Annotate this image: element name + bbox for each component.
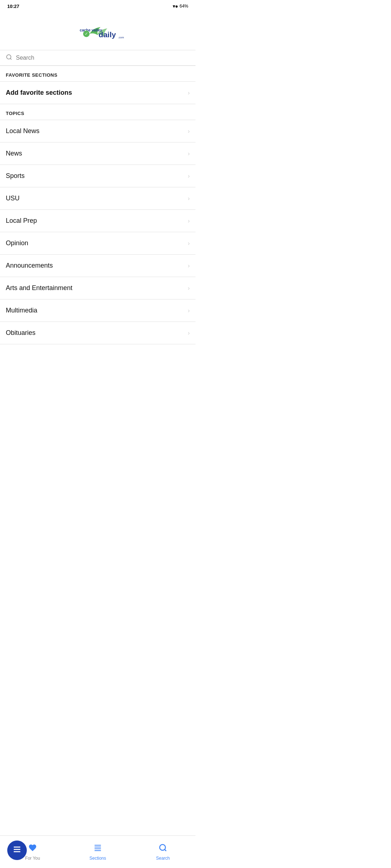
topics-item-0[interactable]: Local News › [0,120,196,142]
topics-item-label-9: Obituaries [6,329,35,337]
topics-item-label-0: Local News [6,127,39,135]
svg-text:✓: ✓ [85,31,88,36]
topics-chevron-icon-1: › [188,150,190,157]
logo-container: cache valley daily .com ✓ [0,11,196,50]
topics-chevron-icon-7: › [188,285,190,292]
add-favorite-sections-item[interactable]: Add favorite sections › [0,82,196,104]
topics-item-label-1: News [6,150,22,157]
svg-text:daily: daily [98,30,116,39]
topics-heading: TOPICS [0,104,196,120]
status-bar: 10:27 ▾● 64% [0,0,196,11]
topics-item-label-7: Arts and Entertainment [6,284,72,292]
topics-chevron-icon-5: › [188,240,190,247]
topics-item-label-6: Announcements [6,262,53,269]
topics-item-label-5: Opinion [6,239,28,247]
topics-item-8[interactable]: Multimedia › [0,299,196,322]
topics-chevron-icon-6: › [188,263,190,269]
favorite-sections-heading: FAVORITE SECTIONS [0,66,196,82]
content-area: FAVORITE SECTIONS Add favorite sections … [0,66,196,380]
wifi-icon: ▾● [173,3,178,9]
topics-item-9[interactable]: Obituaries › [0,322,196,344]
topics-item-5[interactable]: Opinion › [0,232,196,255]
topics-item-4[interactable]: Local Prep › [0,210,196,232]
topics-chevron-icon-9: › [188,330,190,336]
topics-chevron-icon-8: › [188,307,190,314]
add-favorite-chevron-icon: › [188,90,190,96]
topics-chevron-icon-2: › [188,173,190,179]
topics-chevron-icon-4: › [188,218,190,224]
topics-item-label-8: Multimedia [6,307,37,314]
topics-item-label-4: Local Prep [6,217,37,225]
topics-list: Local News › News › Sports › USU › Local… [0,120,196,344]
topics-item-3[interactable]: USU › [0,187,196,210]
status-icons: ▾● 64% [173,3,189,9]
add-favorite-sections-label: Add favorite sections [6,89,72,97]
topics-item-label-2: Sports [6,172,25,180]
search-bar-icon [6,54,12,62]
svg-line-6 [10,58,11,59]
svg-text:.com: .com [118,36,124,39]
topics-item-1[interactable]: News › [0,142,196,165]
search-input[interactable] [16,55,190,61]
topics-item-label-3: USU [6,195,20,202]
topics-chevron-icon-3: › [188,195,190,202]
topics-chevron-icon-0: › [188,128,190,135]
topics-item-6[interactable]: Announcements › [0,255,196,277]
search-bar[interactable] [0,50,196,66]
topics-item-7[interactable]: Arts and Entertainment › [0,277,196,299]
logo: cache valley daily .com ✓ [65,17,130,46]
topics-item-2[interactable]: Sports › [0,165,196,187]
battery-percent: 64% [180,4,188,9]
status-time: 10:27 [7,4,19,9]
svg-point-5 [7,55,11,59]
